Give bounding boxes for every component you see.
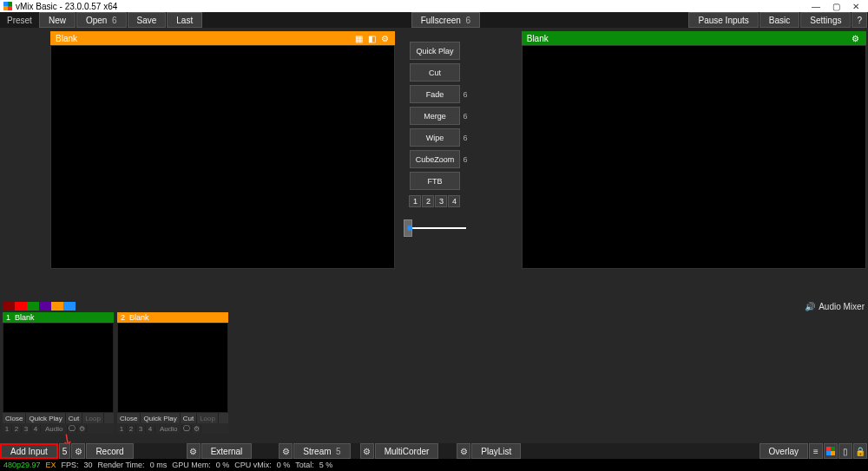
input-monitor-icon[interactable]: 🖵 — [182, 425, 192, 433]
preview-gear-icon[interactable]: ⚙ — [379, 33, 390, 43]
add-input-num[interactable]: 5 — [59, 443, 71, 459]
cut-button[interactable]: Cut — [410, 63, 460, 82]
overlay-4[interactable]: 4 — [448, 195, 460, 207]
more-icon[interactable]: ▯ — [838, 443, 852, 459]
list-view-icon[interactable]: ≡ — [809, 443, 823, 459]
stream-button[interactable]: Stream 5 — [293, 443, 350, 459]
input-thumbnail[interactable] — [3, 323, 114, 413]
input-loop[interactable]: Loop — [197, 413, 219, 423]
input-ov-4[interactable]: 4 — [31, 425, 41, 433]
speaker-icon: 🔊 — [805, 302, 815, 311]
input-ov-1[interactable]: 1 — [3, 425, 12, 433]
status-render: 0 ms — [150, 461, 168, 469]
input-header[interactable]: 2 Blank — [117, 312, 228, 323]
input-controls-row1: Close Quick Play Cut Loop — [3, 413, 114, 423]
save-button[interactable]: Save — [128, 12, 167, 28]
input-ov-1[interactable]: 1 — [117, 425, 127, 433]
basic-button[interactable]: Basic — [760, 12, 799, 28]
output-gear-icon[interactable]: ⚙ — [851, 33, 861, 43]
bottom-gear-icon[interactable]: ⚙ — [457, 443, 470, 459]
fade-button[interactable]: Fade6 — [410, 85, 460, 103]
input-controls-row2: 1 2 3 4 Audio 🖵 ⚙ — [117, 423, 228, 434]
input-ov-2[interactable]: 2 — [127, 425, 136, 433]
preview-layers-icon[interactable]: ◧ — [366, 33, 377, 43]
input-ov-2[interactable]: 2 — [12, 425, 22, 433]
preset-label: Preset — [0, 12, 39, 28]
color-swatch[interactable] — [63, 302, 76, 311]
preview-header: Blank ▦ ◧ ⚙ — [50, 31, 395, 45]
merge-button[interactable]: Merge6 — [410, 107, 460, 125]
playlist-button[interactable]: PlayList — [471, 443, 521, 459]
input-ov-3[interactable]: 3 — [136, 425, 146, 433]
quick-play-button[interactable]: Quick Play — [410, 42, 460, 60]
input-thumbnail[interactable] — [117, 323, 228, 413]
grid-view-icon[interactable] — [824, 443, 838, 459]
input-audio[interactable]: Audio — [41, 425, 68, 433]
input-controls-row1: Close Quick Play Cut Loop — [117, 413, 228, 423]
input-loop[interactable]: Loop — [82, 413, 104, 423]
status-gpu: 0 % — [216, 461, 230, 469]
status-total-label: Total: — [295, 461, 314, 469]
last-button[interactable]: Last — [167, 12, 202, 28]
input-close[interactable]: Close — [117, 413, 141, 423]
bottom-gear-icon[interactable]: ⚙ — [71, 443, 85, 459]
fullscreen-button[interactable]: Fullscreen 6 — [411, 12, 480, 28]
input-close[interactable]: Close — [3, 413, 26, 423]
ftb-button[interactable]: FTB — [410, 172, 460, 190]
input-quickplay[interactable]: Quick Play — [26, 413, 65, 423]
input-monitor-icon[interactable]: 🖵 — [68, 425, 77, 433]
wipe-button[interactable]: Wipe6 — [410, 128, 460, 147]
pause-inputs-button[interactable]: Pause Inputs — [688, 12, 758, 28]
color-swatch[interactable] — [15, 302, 27, 311]
bottom-gear-icon[interactable]: ⚙ — [360, 443, 374, 459]
external-button[interactable]: External — [201, 443, 253, 459]
input-cut[interactable]: Cut — [181, 413, 197, 423]
input-card: 2 Blank Close Quick Play Cut Loop 1 2 3 … — [117, 312, 228, 434]
overlay-numbers: 1 2 3 4 — [409, 195, 460, 207]
preview-screen[interactable] — [50, 45, 395, 269]
overlay-2[interactable]: 2 — [422, 195, 434, 207]
overlay-1[interactable]: 1 — [409, 195, 421, 207]
input-gear-icon[interactable]: ⚙ — [192, 425, 201, 433]
settings-button[interactable]: Settings — [800, 12, 851, 28]
add-input-button[interactable]: Add Input — [0, 443, 58, 459]
close-button[interactable]: ✕ — [852, 2, 859, 11]
input-ov-3[interactable]: 3 — [22, 425, 31, 433]
input-quickplay[interactable]: Quick Play — [141, 413, 180, 423]
input-cut[interactable]: Cut — [66, 413, 82, 423]
help-button[interactable]: ? — [852, 12, 867, 28]
output-title: Blank — [527, 34, 549, 43]
color-swatch[interactable] — [3, 302, 15, 311]
status-format: 480p29.97 — [3, 461, 41, 469]
input-ov-4[interactable]: 4 — [146, 425, 155, 433]
audio-mixer-button[interactable]: 🔊 Audio Mixer — [805, 302, 865, 311]
multicorder-button[interactable]: MultiCorder — [375, 443, 439, 459]
output-screen[interactable] — [522, 45, 866, 269]
t-bar-slider[interactable] — [404, 219, 466, 237]
preview-grid-icon[interactable]: ▦ — [353, 33, 364, 43]
cubezoom-button[interactable]: CubeZoom6 — [410, 150, 460, 168]
bottom-gear-icon[interactable]: ⚙ — [187, 443, 201, 459]
status-gpu-label: GPU Mem: — [172, 461, 211, 469]
open-button[interactable]: Open 6 — [76, 12, 127, 28]
output-panel: Blank ⚙ — [522, 31, 866, 298]
input-audio[interactable]: Audio — [155, 425, 182, 433]
new-button[interactable]: New — [39, 12, 76, 28]
category-color-bar — [3, 302, 76, 311]
input-header[interactable]: 1 Blank — [3, 312, 114, 323]
input-gear-icon[interactable]: ⚙ — [77, 425, 87, 433]
record-button[interactable]: Record — [86, 443, 133, 459]
window-title: vMix Basic - 23.0.0.57 x64 — [16, 2, 117, 11]
minimize-button[interactable]: — — [812, 2, 820, 11]
lock-icon[interactable]: 🔒 — [853, 443, 867, 459]
color-swatch[interactable] — [27, 302, 39, 311]
color-swatch[interactable] — [39, 302, 51, 311]
overlay-button[interactable]: Overlay — [760, 443, 808, 459]
main-area: Blank ▦ ◧ ⚙ Quick Play Cut Fade6 Merge6 … — [0, 28, 868, 298]
bottom-gear-icon[interactable]: ⚙ — [279, 443, 293, 459]
overlay-3[interactable]: 3 — [435, 195, 447, 207]
maximize-button[interactable]: ▢ — [832, 2, 840, 11]
app-logo-icon — [3, 2, 12, 10]
bottom-bar: Add Input 5 ⚙ Record ⚙ External ⚙ Stream… — [0, 443, 868, 459]
color-swatch[interactable] — [51, 302, 63, 311]
